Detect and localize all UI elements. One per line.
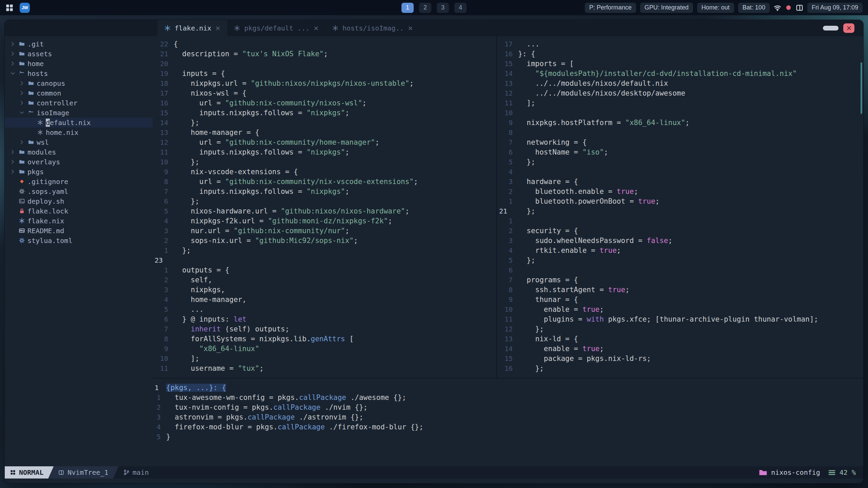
chevron-right-icon[interactable] [17,101,26,105]
chevron-right-icon[interactable] [17,140,26,144]
code-line[interactable]: 5 }; [497,255,863,265]
chevron-right-icon[interactable] [8,42,17,46]
code-line[interactable]: 7 networking = { [497,137,863,147]
code-line[interactable]: 5 nixos-hardware.url = "github:nixos/nix… [153,206,496,216]
tree-item-pkgs[interactable]: pkgs [5,167,153,177]
tree-item-default.nix[interactable]: default.nix [5,118,153,127]
chevron-right-icon[interactable] [8,169,17,174]
tree-item-stylua.toml[interactable]: stylua.toml [5,236,153,245]
code-line[interactable]: 13 nix-ld = { [497,334,863,344]
code-line[interactable]: 10 enable = true; [497,304,863,314]
code-line[interactable]: 14 }; [153,118,496,127]
code-line[interactable]: 11 inputs.nixpkgs.follows = "nixpkgs"; [153,147,496,157]
code-line[interactable]: 1 bluetooth.powerOnBoot = true; [497,196,863,206]
workspace-tag-2[interactable]: 2 [419,3,431,13]
chevron-right-icon[interactable] [8,160,17,164]
tree-item-.gitignore[interactable]: .gitignore [5,177,153,186]
tree-item-wsl[interactable]: wsl [5,137,153,147]
code-line[interactable]: 8 [497,127,863,137]
code-line[interactable]: 1 [497,216,863,226]
chevron-right-icon[interactable] [8,61,17,66]
chevron-right-icon[interactable] [17,91,26,95]
code-line[interactable]: 16 }; [497,363,863,373]
scrollbar[interactable] [861,62,862,114]
code-line[interactable]: 1{pkgs, ...}: { [153,383,863,392]
code-line[interactable]: 3 astronvim = pkgs.callPackage ./astronv… [153,412,863,422]
tree-item-flake.nix[interactable]: flake.nix [5,216,153,226]
code-line[interactable]: 20 [153,59,496,68]
code-line[interactable]: 15 inputs.nixpkgs.follows = "nixpkgs"; [153,108,496,118]
code-line[interactable]: 12 url = "github:nix-community/home-mana… [153,137,496,147]
code-line[interactable]: 6 hostName = "iso"; [497,147,863,157]
code-line[interactable]: 4 rtkit.enable = true; [497,245,863,255]
code-line[interactable]: 15 imports = [ [497,59,863,68]
editor-pane-flake[interactable]: 22{21 description = "tux's NixOS Flake";… [153,36,496,378]
code-line[interactable]: 21 }; [497,206,863,216]
logo-badge[interactable]: JW [20,3,30,13]
code-line[interactable]: 2 self, [153,275,496,285]
code-line[interactable]: 12 ../../modules/nixos/desktop/awesome [497,88,863,98]
code-line[interactable]: 10 ]; [153,353,496,363]
code-line[interactable]: 10 [497,108,863,118]
chevron-right-icon[interactable] [17,81,26,85]
tree-item-flake.lock[interactable]: flake.lock [5,206,153,216]
tree-item-deploy.sh[interactable]: deploy.sh [5,196,153,206]
code-line[interactable]: 1 outputs = { [153,265,496,275]
code-line[interactable]: 3 hardware = { [497,177,863,186]
tree-item-isoImage[interactable]: isoImage [5,108,153,118]
code-line[interactable]: 19 inputs = { [153,68,496,78]
code-line[interactable]: 7 inputs.nixpkgs.follows = "nixpkgs"; [153,186,496,196]
code-line[interactable]: 3 sudo.wheelNeedsPassword = false; [497,236,863,245]
code-line[interactable]: 3 nixpkgs, [153,285,496,294]
wifi-icon[interactable] [774,4,781,12]
tree-item-hosts[interactable]: hosts [5,68,153,78]
code-line[interactable]: 17 nixos-wsl = { [153,88,496,98]
layout-indicator-icon[interactable] [796,4,803,12]
tree-item-.git[interactable]: .git [5,39,153,49]
code-line[interactable]: 9 "x86_64-linux" [153,344,496,353]
code-line[interactable]: 2 bluetooth.enable = true; [497,186,863,196]
code-line[interactable]: 6 [497,265,863,275]
tree-item-home[interactable]: home [5,59,153,68]
chevron-right-icon[interactable] [8,52,17,56]
code-line[interactable]: 4 firefox-mod-blur = pkgs.callPackage ./… [153,422,863,432]
code-line[interactable]: 2 sops-nix.url = "github:Mic92/sops-nix"… [153,236,496,245]
code-line[interactable]: 9 nix-vscode-extensions = { [153,167,496,177]
file-tree[interactable]: .gitassetshomehostscanopuscommoncontroll… [5,36,153,466]
code-line[interactable]: 8 url = "github:nix-community/nix-vscode… [153,177,496,186]
code-line[interactable]: 7 programs = { [497,275,863,285]
tree-item-common[interactable]: common [5,88,153,98]
editor-pane-isoimage[interactable]: 17 ...16}: {15 imports = [14 "${modulesP… [496,36,863,378]
tree-item-overlays[interactable]: overlays [5,157,153,167]
tree-item-modules[interactable]: modules [5,147,153,157]
code-line[interactable]: 7 inherit (self) outputs; [153,324,496,334]
code-line[interactable]: 9 thunar = { [497,294,863,304]
code-line[interactable]: 14 "${modulesPath}/installer/cd-dvd/inst… [497,68,863,78]
notification-dot-icon[interactable] [785,4,792,11]
code-line[interactable]: 16 url = "github:nix-community/nixos-wsl… [153,98,496,108]
code-line[interactable]: 21 description = "tux's NixOS Flake"; [153,49,496,59]
tree-item-home.nix[interactable]: home.nix [5,127,153,137]
code-line[interactable]: 4 home-manager, [153,294,496,304]
code-line[interactable]: 5 }; [497,157,863,167]
code-line[interactable]: 8 ssh.startAgent = true; [497,285,863,294]
code-line[interactable]: 12 }; [497,324,863,334]
tree-item-.sops.yaml[interactable]: .sops.yaml [5,186,153,196]
tab-close-icon[interactable] [215,26,220,31]
code-line[interactable]: 18 nixpkgs.url = "github:nixos/nixpkgs/n… [153,78,496,88]
tab-hosts/isoImag..[interactable]: hosts/isoImag.. [326,20,420,36]
minimize-button[interactable] [823,26,839,30]
tab-close-icon[interactable] [314,26,319,31]
code-line[interactable]: 2 security = { [497,226,863,236]
code-line[interactable]: 15 package = pkgs.nix-ld-rs; [497,353,863,363]
code-line[interactable]: 4 nixpkgs-f2k.url = "github:moni-dz/nixp… [153,216,496,226]
code-line[interactable]: 6 } @ inputs: let [153,314,496,324]
tab-flake.nix[interactable]: flake.nix [158,20,227,36]
tab-pkgs/default ...[interactable]: pkgs/default ... [227,20,326,36]
workspace-tag-4[interactable]: 4 [454,3,467,13]
code-line[interactable]: 11 ]; [497,98,863,108]
code-line[interactable]: 22{ [153,39,496,49]
app-launcher-icon[interactable] [5,4,14,12]
code-line[interactable]: 1 tux-awesome-wm-config = pkgs.callPacka… [153,392,863,402]
code-line[interactable]: 3 nur.url = "github:nix-community/nur"; [153,226,496,236]
